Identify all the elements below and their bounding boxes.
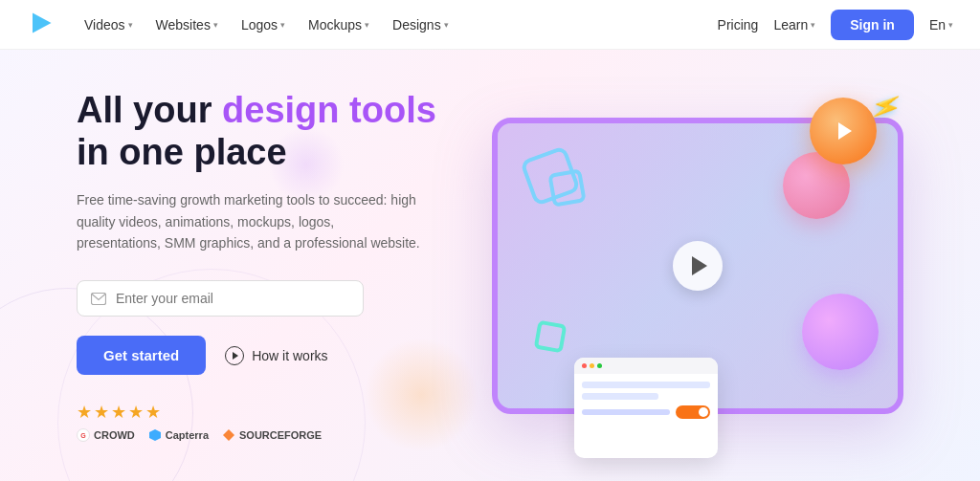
hero-subtitle: Free time-saving growth marketing tools … bbox=[77, 189, 421, 253]
chevron-down-icon: ▾ bbox=[365, 20, 369, 30]
badge-sourceforge: SOURCEFORGE bbox=[222, 428, 322, 442]
signin-button[interactable]: Sign in bbox=[831, 10, 914, 40]
nav-item-websites[interactable]: Websites ▾ bbox=[146, 11, 228, 38]
browser-toggle bbox=[582, 405, 710, 419]
toggle-circle bbox=[699, 407, 708, 417]
sourceforge-icon bbox=[222, 428, 235, 442]
svg-text:G: G bbox=[80, 432, 86, 439]
email-input[interactable] bbox=[116, 291, 349, 306]
logo[interactable] bbox=[27, 9, 75, 41]
browser-line-1 bbox=[582, 382, 710, 388]
nav-pricing[interactable]: Pricing bbox=[718, 17, 759, 33]
nav-links-left: Videos ▾ Websites ▾ Logos ▾ Mockups ▾ De… bbox=[75, 11, 718, 38]
hero-illustration: ⚡ bbox=[479, 50, 923, 481]
shape-purple-ball bbox=[802, 294, 879, 370]
star-rating: ★★★★★ bbox=[77, 402, 479, 423]
capterra-icon bbox=[148, 428, 162, 442]
browser-dot-red bbox=[582, 363, 587, 368]
svg-marker-4 bbox=[149, 429, 161, 441]
g2crowd-icon: G bbox=[77, 428, 90, 442]
nav-item-logos[interactable]: Logos ▾ bbox=[232, 11, 295, 38]
nav-item-designs[interactable]: Designs ▾ bbox=[383, 11, 458, 38]
nav-learn[interactable]: Learn ▾ bbox=[773, 17, 815, 33]
hero-social-proof: ★★★★★ G CROWD Capterra bbox=[77, 402, 479, 442]
nav-item-videos[interactable]: Videos ▾ bbox=[75, 11, 143, 38]
email-icon bbox=[91, 293, 106, 305]
browser-dot-green bbox=[597, 363, 602, 368]
nav-item-mockups[interactable]: Mockups ▾ bbox=[299, 11, 379, 38]
play-center-button[interactable] bbox=[673, 241, 723, 291]
hero-title-highlight: design tools bbox=[222, 90, 436, 130]
floating-play-button[interactable] bbox=[810, 98, 877, 164]
chevron-down-icon: ▾ bbox=[444, 20, 449, 30]
toggle-pill[interactable] bbox=[676, 405, 710, 419]
chevron-down-icon: ▾ bbox=[811, 20, 815, 30]
browser-bar bbox=[574, 358, 718, 374]
navbar: Videos ▾ Websites ▾ Logos ▾ Mockups ▾ De… bbox=[0, 0, 980, 50]
chevron-down-icon: ▾ bbox=[280, 20, 285, 30]
hero-title: All your design tools in one place bbox=[77, 89, 479, 175]
hero-title-plain: All your bbox=[77, 90, 222, 130]
email-input-wrap[interactable] bbox=[77, 280, 364, 317]
get-started-button[interactable]: Get started bbox=[77, 336, 206, 375]
badge-list: G CROWD Capterra SOURCEFORGE bbox=[77, 428, 479, 442]
nav-links-right: Pricing Learn ▾ Sign in En ▾ bbox=[718, 10, 953, 40]
hero-actions: Get started How it works bbox=[77, 336, 479, 375]
browser-line-sm bbox=[582, 409, 670, 415]
browser-card bbox=[574, 358, 718, 458]
browser-line-2 bbox=[582, 393, 658, 400]
hero-title-rest: in one place bbox=[77, 132, 287, 172]
hero-content-left: All your design tools in one place Free … bbox=[77, 89, 479, 443]
badge-g2crowd: G CROWD bbox=[77, 428, 135, 442]
chevron-down-icon: ▾ bbox=[213, 20, 218, 30]
chevron-down-icon: ▾ bbox=[128, 20, 133, 30]
shape-teal-3 bbox=[534, 319, 568, 353]
nav-lang[interactable]: En ▾ bbox=[929, 17, 953, 33]
play-small-icon bbox=[225, 346, 244, 365]
shape-teal-2 bbox=[547, 168, 587, 208]
svg-marker-0 bbox=[33, 12, 52, 33]
badge-capterra: Capterra bbox=[148, 428, 209, 442]
browser-dot-yellow bbox=[590, 363, 594, 368]
how-it-works-button[interactable]: How it works bbox=[225, 346, 327, 365]
chevron-down-icon: ▾ bbox=[948, 20, 953, 30]
browser-content bbox=[574, 374, 718, 426]
hero-section: All your design tools in one place Free … bbox=[0, 50, 980, 481]
